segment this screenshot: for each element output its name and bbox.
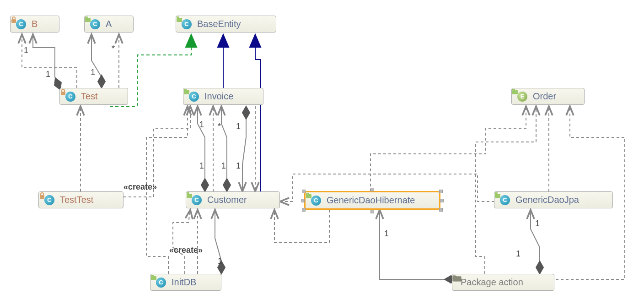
class-label: Customer	[207, 195, 247, 205]
connectors	[0, 0, 644, 305]
mult-1-a: 1	[24, 46, 28, 55]
svg-rect-16	[495, 192, 498, 194]
class-genericdaohibernate[interactable]: CGenericDaoHibernate	[305, 191, 440, 209]
selection-handle[interactable]	[370, 210, 374, 213]
class-test[interactable]: CTest	[59, 88, 128, 105]
class-icon: C	[311, 196, 321, 206]
class-label: GenericDaoJpa	[515, 195, 579, 205]
mult-1-l: 1	[535, 219, 540, 229]
selection-handle[interactable]	[370, 188, 374, 191]
edge-pkg-order2	[476, 106, 536, 274]
mult-1-b: 1	[46, 70, 50, 79]
class-label: Test	[81, 91, 98, 102]
selection-handle[interactable]	[439, 208, 443, 212]
edge-initdb-customer-dep2	[173, 210, 190, 274]
svg-rect-11	[187, 194, 192, 198]
svg-rect-2	[85, 16, 88, 18]
mult-star-a: *	[112, 44, 115, 54]
class-invoice[interactable]: CInvoice	[183, 88, 263, 105]
mult-star-b: *	[218, 122, 221, 131]
svg-rect-18	[151, 275, 154, 276]
class-label: Package action	[461, 277, 523, 288]
svg-rect-9	[512, 89, 515, 90]
svg-rect-4	[177, 16, 179, 18]
mult-1-f: 1	[199, 161, 204, 171]
svg-rect-0	[11, 19, 16, 23]
mult-1-c: 1	[91, 68, 95, 77]
edge-gdh-order	[370, 106, 526, 191]
mult-1-e: 1	[236, 122, 241, 131]
mult-1-j: 1	[384, 229, 389, 239]
edge-test-a-comp	[91, 34, 102, 88]
class-label: Invoice	[204, 91, 233, 102]
class-label: InitDB	[172, 277, 196, 288]
class-a[interactable]: CA	[84, 16, 134, 33]
svg-rect-5	[61, 92, 65, 95]
svg-rect-10	[40, 195, 44, 199]
class-icon: C	[16, 19, 26, 29]
mult-1-g: 1	[221, 161, 226, 171]
class-label: Order	[533, 91, 556, 102]
selection-handle[interactable]	[302, 208, 306, 212]
svg-rect-17	[151, 276, 156, 280]
edge-customer-invoice-comp1	[198, 106, 205, 191]
enum-icon: E	[517, 92, 527, 102]
svg-rect-3	[177, 18, 182, 22]
class-b[interactable]: CB	[10, 16, 59, 33]
selection-handle[interactable]	[440, 199, 444, 202]
svg-rect-6	[184, 90, 189, 94]
class-icon: C	[44, 195, 54, 205]
class-icon: C	[189, 92, 199, 102]
svg-rect-14	[306, 193, 309, 194]
class-packageaction[interactable]: Package action	[452, 274, 554, 291]
class-order[interactable]: EOrder	[511, 88, 585, 105]
edge-test-b-comp	[33, 34, 60, 90]
class-icon: C	[156, 278, 166, 288]
class-label: B	[32, 19, 38, 29]
class-label: A	[106, 19, 112, 29]
edge-customer-baseentity	[255, 34, 261, 191]
edge-gdh-customer	[274, 210, 329, 243]
svg-rect-8	[512, 90, 518, 94]
class-label: BaseEntity	[197, 19, 241, 29]
svg-rect-15	[495, 194, 500, 198]
class-icon: C	[65, 92, 75, 102]
edge-invoice-customer-comp	[242, 106, 246, 191]
edge-test-b-dep	[22, 34, 77, 88]
class-customer[interactable]: CCustomer	[186, 191, 280, 208]
class-icon: C	[90, 19, 100, 29]
svg-rect-13	[306, 194, 311, 198]
mult-1-d: 1	[199, 120, 204, 130]
edge-pkg-gdh	[380, 210, 457, 279]
class-testtest[interactable]: CTestTest	[38, 191, 123, 208]
class-icon: C	[182, 19, 192, 29]
edge-customer-invoice-comp2	[221, 106, 227, 191]
class-icon: C	[192, 195, 202, 205]
class-label: TestTest	[60, 195, 93, 205]
stereotype-create-a: «create»	[123, 182, 157, 192]
stereotype-create-b: «create»	[169, 245, 203, 255]
selection-handle[interactable]	[302, 190, 306, 193]
mult-1-h: 1	[236, 161, 241, 171]
selection-handle[interactable]	[439, 190, 443, 193]
selection-handle[interactable]	[301, 199, 305, 202]
svg-rect-1	[85, 18, 91, 22]
svg-rect-12	[187, 192, 189, 194]
mult-1-i: 1	[218, 256, 222, 266]
class-icon: C	[500, 195, 510, 205]
class-baseentity[interactable]: CBaseEntity	[176, 16, 276, 33]
class-genericdaojpa[interactable]: CGenericDaoJpa	[494, 191, 613, 208]
svg-rect-7	[184, 89, 187, 90]
class-label: GenericDaoHibernate	[327, 195, 415, 206]
mult-1-k: 1	[516, 249, 521, 259]
class-initdb[interactable]: CInitDB	[150, 274, 221, 291]
